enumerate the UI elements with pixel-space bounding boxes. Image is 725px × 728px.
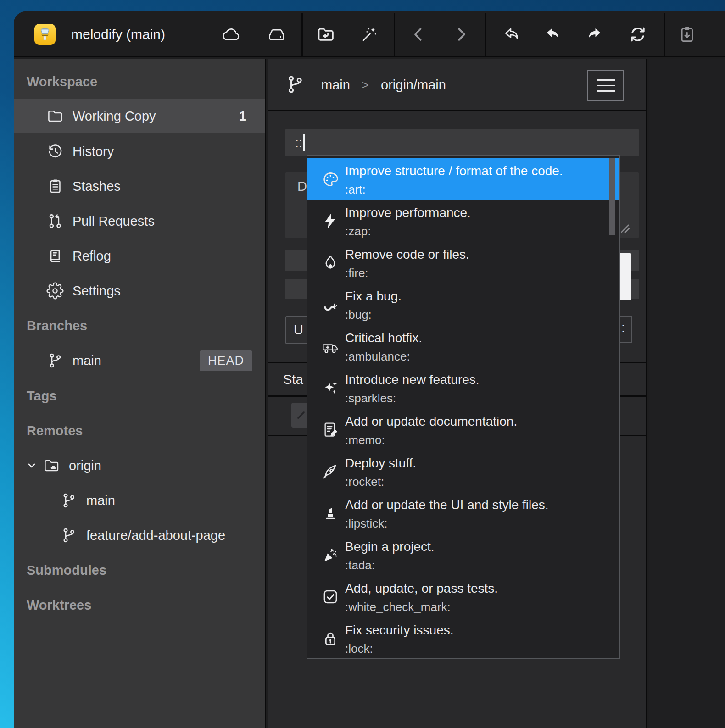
sync-icon[interactable] bbox=[627, 24, 648, 45]
toolbar-separator bbox=[301, 13, 303, 56]
working-copy-count-badge: 1 bbox=[239, 109, 246, 124]
sidebar-item-branch-main[interactable]: main HEAD bbox=[14, 343, 265, 378]
breadcrumb: main > origin/main bbox=[268, 59, 646, 111]
suggestion-lipstick[interactable]: Add or update the UI and style files. :l… bbox=[307, 492, 619, 533]
chevron-down-icon[interactable] bbox=[24, 458, 39, 473]
fire-icon bbox=[320, 253, 340, 273]
sidebar-item-remote-branch-main[interactable]: main bbox=[14, 483, 265, 518]
sparkles-icon bbox=[320, 378, 340, 398]
sidebar-section-submodules: Submodules bbox=[14, 553, 265, 588]
zap-icon bbox=[320, 211, 340, 231]
sidebar-section-branches: Branches bbox=[14, 308, 265, 343]
sidebar-item-settings[interactable]: Settings bbox=[14, 273, 265, 308]
sidebar-section-tags: Tags bbox=[14, 378, 265, 413]
sidebar-item-pull-requests[interactable]: Pull Requests bbox=[14, 204, 265, 239]
suggestion-tada[interactable]: Begin a project. :tada: bbox=[307, 533, 619, 575]
breadcrumb-branch[interactable]: main bbox=[321, 78, 350, 93]
sidebar-section-workspace: Workspace bbox=[14, 64, 265, 99]
rocket-icon bbox=[320, 461, 340, 482]
share-arrow-icon[interactable] bbox=[501, 24, 522, 45]
window-title: melodify (main) bbox=[71, 11, 165, 57]
sidebar-item-stashes[interactable]: Stashes bbox=[14, 169, 265, 204]
toolbar-separator bbox=[664, 13, 665, 56]
clipboard-icon bbox=[46, 177, 64, 195]
clipboard-import-icon[interactable] bbox=[676, 24, 697, 45]
push-arrow-icon[interactable] bbox=[584, 24, 605, 45]
toolbar-separator bbox=[485, 13, 486, 56]
suggestion-art[interactable]: Improve structure / format of the code. … bbox=[307, 158, 619, 200]
memo-icon bbox=[320, 420, 340, 440]
forward-icon[interactable] bbox=[451, 24, 472, 45]
breadcrumb-separator: > bbox=[362, 78, 369, 92]
breadcrumb-upstream[interactable]: origin/main bbox=[381, 78, 446, 93]
suggestion-sparkles[interactable]: Introduce new features. :sparkles: bbox=[307, 367, 619, 408]
hamburger-menu-button[interactable] bbox=[587, 70, 624, 101]
lipstick-icon bbox=[320, 503, 340, 523]
branch-icon bbox=[284, 74, 306, 95]
toolbar-separator bbox=[394, 13, 395, 56]
sidebar-item-reflog[interactable]: Reflog bbox=[14, 239, 265, 273]
cloud-icon[interactable] bbox=[221, 24, 242, 45]
suggestion-lock[interactable]: Fix security issues. :lock: bbox=[307, 617, 619, 659]
dropdown-scrollbar-thumb[interactable] bbox=[609, 158, 615, 235]
remote-folder-icon bbox=[42, 456, 61, 475]
toolbar: melodify (main) bbox=[14, 11, 725, 57]
lock-icon bbox=[320, 628, 340, 649]
staged-section-header: Sta bbox=[283, 363, 303, 395]
commit-summary-input[interactable]: :: bbox=[285, 129, 639, 156]
book-icon bbox=[46, 247, 64, 265]
open-repo-icon[interactable] bbox=[315, 24, 336, 45]
detail-panel bbox=[649, 59, 725, 728]
gear-icon bbox=[46, 282, 64, 300]
bug-icon bbox=[320, 295, 340, 315]
app-logo-icon bbox=[34, 24, 56, 45]
drive-icon[interactable] bbox=[266, 24, 287, 45]
sidebar-item-remote-origin[interactable]: origin bbox=[14, 448, 265, 483]
party-popper-icon bbox=[320, 545, 340, 565]
back-icon[interactable] bbox=[408, 24, 429, 45]
head-badge: HEAD bbox=[200, 350, 252, 371]
sidebar-section-worktrees: Worktrees bbox=[14, 588, 265, 622]
pull-request-icon bbox=[46, 212, 64, 230]
suggestion-white-check-mark[interactable]: Add, update, or pass tests. :white_check… bbox=[307, 575, 619, 617]
app-window: melodify (main) bbox=[14, 11, 725, 728]
suggestion-ambulance[interactable]: Critical hotfix. :ambulance: bbox=[307, 325, 619, 367]
check-mark-icon bbox=[320, 587, 340, 607]
sidebar: Workspace Working Copy 1 History Stashes bbox=[14, 59, 266, 728]
suggestion-memo[interactable]: Add or update documentation. :memo: bbox=[307, 408, 619, 450]
branch-icon bbox=[60, 526, 78, 545]
pull-arrow-icon[interactable] bbox=[542, 24, 563, 45]
branch-icon bbox=[60, 491, 78, 510]
branch-icon bbox=[46, 351, 64, 370]
suggestion-rocket[interactable]: Deploy stuff. :rocket: bbox=[307, 450, 619, 492]
textarea-resize-handle[interactable] bbox=[620, 224, 630, 234]
folder-icon bbox=[46, 107, 64, 125]
ambulance-icon bbox=[320, 336, 340, 356]
suggestion-fire[interactable]: Remove code or files. :fire: bbox=[307, 241, 619, 283]
sidebar-section-remotes: Remotes bbox=[14, 413, 265, 448]
right-button-fragment[interactable]: : bbox=[619, 316, 632, 343]
suggestion-zap[interactable]: Improve performance. :zap: bbox=[307, 200, 619, 241]
suggestion-bug[interactable]: Fix a bug. :bug: bbox=[307, 283, 619, 325]
history-clock-icon bbox=[46, 142, 64, 161]
palette-icon bbox=[320, 169, 340, 189]
gitmoji-suggestion-dropdown: Improve structure / format of the code. … bbox=[307, 155, 620, 659]
sidebar-item-history[interactable]: History bbox=[14, 134, 265, 169]
magic-wand-icon[interactable] bbox=[359, 24, 380, 45]
sidebar-item-remote-branch-feature[interactable]: feature/add-about-page bbox=[14, 518, 265, 553]
text-caret bbox=[303, 134, 305, 151]
sidebar-item-working-copy[interactable]: Working Copy 1 bbox=[14, 99, 265, 133]
